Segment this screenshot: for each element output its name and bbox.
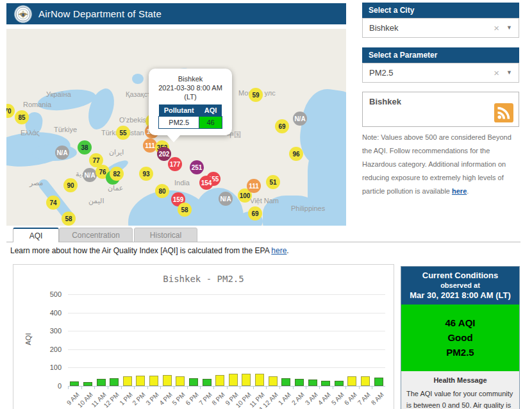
map-country-label: Україна (46, 90, 71, 98)
aqi-map-marker[interactable]: N/A (293, 112, 307, 126)
chart-bar[interactable] (163, 375, 172, 386)
x-axis-tick (319, 387, 320, 389)
y-axis-tick-label: 100 (40, 363, 62, 371)
chart-bar[interactable] (215, 375, 224, 386)
chart-gridline (68, 349, 385, 350)
department-of-state-seal-icon (14, 5, 32, 23)
aqi-map-marker[interactable]: 58 (178, 203, 192, 217)
aqi-map-marker[interactable]: N/A (55, 146, 69, 160)
chart-bar[interactable] (83, 382, 92, 386)
chart-gridline (68, 367, 385, 368)
popup-timezone: (LT) (153, 92, 228, 101)
y-axis-tick-label: 0 (40, 382, 62, 390)
chart-bar[interactable] (189, 378, 198, 386)
x-axis-tick (121, 387, 122, 389)
x-axis-tick (372, 387, 372, 389)
chart-bar[interactable] (203, 379, 212, 386)
aqi-map-marker[interactable]: 111 (247, 179, 261, 193)
chart-bar[interactable] (255, 374, 264, 386)
select-city-header: Select a City (362, 3, 519, 18)
aqi-map-marker[interactable]: N/A (219, 192, 233, 206)
tab-concentration[interactable]: Concentration (59, 228, 133, 242)
aqi-map-marker[interactable]: 55 (116, 126, 130, 140)
city-combobox[interactable]: Bishkek × ▼ (362, 18, 519, 38)
x-axis-tick (227, 387, 228, 389)
chart-bar[interactable] (347, 376, 356, 386)
chart-bar[interactable] (269, 376, 278, 386)
map-country-label: Türkiye (54, 126, 77, 133)
aqi-map-marker[interactable]: N/A (83, 168, 97, 182)
aqi-map-marker[interactable]: 59 (249, 88, 263, 102)
aqi-map-marker[interactable]: 80 (155, 184, 169, 198)
aqi-map-marker[interactable]: 90 (63, 178, 78, 192)
aqi-map-marker[interactable]: 85 (15, 110, 29, 124)
chart-bar[interactable] (308, 380, 317, 386)
aqi-map-marker[interactable]: 96 (289, 147, 303, 161)
note-text: Note: Values above 500 are considered Be… (362, 133, 511, 195)
aqi-bar-chart: Bishkek - PM2.5 AQI 01002003004005009 AM… (13, 264, 394, 409)
aqi-map-marker[interactable]: 69 (275, 119, 289, 133)
city-clear-icon[interactable]: × (494, 19, 499, 37)
chart-bar[interactable] (295, 379, 304, 386)
tab-aqi[interactable]: AQI (13, 228, 59, 242)
aqi-map-marker[interactable]: 93 (139, 167, 153, 181)
chart-bar[interactable] (110, 378, 119, 386)
note-here-link[interactable]: here (452, 187, 467, 195)
aqi-map[interactable]: УкраїнаRomaniaΕλλάςTürkiyeҚазақстанO'zbe… (6, 29, 346, 226)
map-country-label: ايران (109, 148, 124, 156)
chart-bar[interactable] (136, 376, 145, 386)
map-country-label: مصر (29, 179, 44, 187)
aqi-map-marker[interactable]: 251 (190, 160, 204, 174)
popup-pollutant-value: PM2.5 (159, 117, 199, 129)
parameter-clear-icon[interactable]: × (494, 63, 499, 82)
water-mediterranean-east (32, 144, 77, 161)
chart-bar[interactable] (176, 376, 185, 386)
chart-gridline (68, 294, 385, 295)
aqi-map-marker[interactable]: 154 (199, 176, 213, 190)
popup-city: Bishkek (153, 74, 228, 83)
y-axis-title: AQI (24, 333, 32, 346)
aqi-map-marker[interactable]: 51 (266, 175, 280, 189)
aqi-map-marker[interactable]: 202 (157, 147, 171, 161)
aqi-map-marker[interactable]: 69 (248, 206, 262, 221)
cc-timestamp: Mar 30, 2021 8:00 AM (LT) (403, 290, 518, 300)
rss-feed-icon[interactable] (494, 103, 513, 122)
cc-title: Current Conditions (403, 271, 518, 280)
chart-bar[interactable] (321, 381, 330, 386)
map-country-label: اليمن (88, 197, 104, 205)
chart-title: Bishkek - PM2.5 (13, 274, 394, 284)
aqi-map-marker[interactable]: 177 (168, 157, 182, 171)
parameter-dropdown-icon[interactable]: ▼ (506, 63, 512, 82)
cc-subtitle: observed at (403, 281, 518, 289)
x-axis-tick (293, 387, 294, 389)
chart-bar[interactable] (70, 381, 79, 386)
aqi-map-marker[interactable]: 74 (46, 196, 60, 210)
chart-bar[interactable] (149, 376, 158, 386)
x-axis-tick (68, 387, 69, 389)
learn-more-here-link[interactable]: here (271, 246, 287, 255)
aqi-map-marker[interactable]: 38 (78, 140, 92, 154)
aqi-map-marker[interactable]: 82 (110, 167, 124, 181)
chart-bar[interactable] (374, 378, 383, 386)
x-axis-tick (213, 387, 214, 389)
chart-bar[interactable] (361, 376, 370, 386)
x-axis-tick (306, 387, 306, 389)
parameter-combobox[interactable]: PM2.5 × ▼ (362, 63, 519, 83)
airnow-page: AirNow Department of State УкраїнаRomani… (0, 0, 532, 409)
water-bay-of-bengal (194, 188, 244, 226)
chart-bar[interactable] (242, 374, 251, 386)
tab-historical[interactable]: Historical (134, 228, 197, 242)
chart-bar[interactable] (97, 379, 106, 386)
chart-bar[interactable] (229, 374, 238, 386)
map-country-label: India (174, 179, 190, 187)
chart-bar[interactable] (281, 378, 290, 386)
aqi-map-marker[interactable]: 58 (62, 212, 76, 226)
x-axis-tick (134, 387, 135, 389)
cc-aqi-value: 46 AQI (401, 315, 519, 330)
aqi-map-marker[interactable]: 70 (6, 104, 15, 118)
x-axis-tick (160, 387, 161, 389)
chart-bar[interactable] (123, 376, 132, 386)
learn-more-period: . (287, 246, 288, 255)
chart-bar[interactable] (335, 381, 344, 386)
city-dropdown-icon[interactable]: ▼ (506, 19, 512, 37)
